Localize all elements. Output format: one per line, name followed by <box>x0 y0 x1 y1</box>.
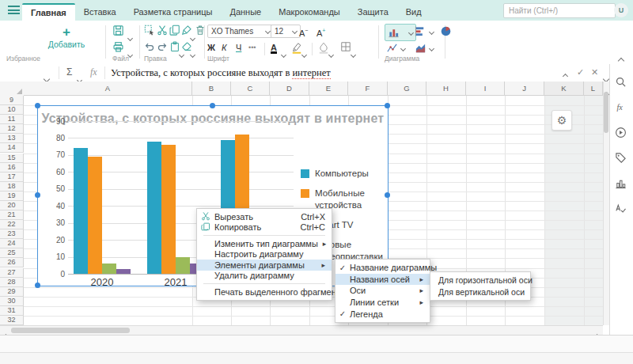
column-header-D[interactable]: D <box>270 82 309 96</box>
font-color-dropdown[interactable] <box>282 46 286 60</box>
ribbon-tab-Макрокоманды[interactable]: Макрокоманды <box>270 3 349 21</box>
row-header-29[interactable]: 29 <box>0 287 24 297</box>
row-header-10[interactable]: 10 <box>0 105 24 115</box>
decrease-font-button[interactable]: A− <box>299 25 308 40</box>
bold-button[interactable]: Ж <box>207 41 215 54</box>
column-header-E[interactable]: E <box>309 82 348 96</box>
ribbon-tab-Главная[interactable]: Главная <box>22 3 75 21</box>
function-icon[interactable]: fx <box>615 101 627 114</box>
hamburger-icon[interactable] <box>8 6 20 15</box>
row-header-9[interactable]: 9 <box>0 96 24 105</box>
chart-resize-handle[interactable] <box>35 282 40 288</box>
search-input[interactable] <box>503 3 616 18</box>
row-header-32[interactable]: 32 <box>0 316 24 325</box>
column-header-I[interactable]: I <box>466 82 505 96</box>
vscroll-thumb[interactable] <box>604 92 608 133</box>
font-name-select[interactable]: XO Thames <box>207 25 274 38</box>
context-menu-item[interactable]: Настроить диаграмму <box>197 249 332 260</box>
row-header-31[interactable]: 31 <box>0 306 24 316</box>
row-header-21[interactable]: 21 <box>0 210 24 220</box>
copy-button[interactable] <box>169 25 182 37</box>
insert-scatter-chart-button[interactable] <box>386 42 405 55</box>
chart-resize-handle[interactable] <box>210 103 215 108</box>
row-header-20[interactable]: 20 <box>0 201 24 210</box>
chart-resize-handle[interactable] <box>35 103 40 108</box>
formula-cancel-button[interactable]: ✕ <box>591 67 598 78</box>
italic-button[interactable]: К <box>222 41 226 54</box>
context-menu-item[interactable]: ВырезатьCtrl+X <box>197 211 332 222</box>
row-header-19[interactable]: 19 <box>0 191 24 201</box>
row-header-22[interactable]: 22 <box>0 220 24 229</box>
column-header-H[interactable]: H <box>426 82 466 96</box>
row-header-17[interactable]: 17 <box>0 173 24 182</box>
ribbon-tab-Данные[interactable]: Данные <box>221 3 270 21</box>
fill-dropdown[interactable] <box>329 46 333 60</box>
tag-icon[interactable] <box>615 152 627 165</box>
row-header-26[interactable]: 26 <box>0 258 24 267</box>
macros-icon[interactable] <box>615 127 627 139</box>
print-dropdown[interactable] <box>128 46 132 60</box>
column-header-C[interactable]: C <box>231 82 270 96</box>
chart-settings-gear-button[interactable]: ⚙ <box>552 110 572 131</box>
row-header-12[interactable]: 12 <box>0 124 24 134</box>
delete-button[interactable] <box>195 25 207 37</box>
context-menu-item[interactable]: Элементы диаграммы▸ <box>197 260 332 271</box>
row-header-11[interactable]: 11 <box>0 115 24 124</box>
row-header-16[interactable]: 16 <box>0 163 24 173</box>
elements-submenu-item[interactable]: Оси▸ <box>335 285 430 297</box>
chart-resize-handle[interactable] <box>385 192 390 198</box>
autosum-button[interactable]: Σ <box>66 66 72 78</box>
redo-button[interactable] <box>157 41 169 54</box>
column-header-J[interactable]: J <box>505 82 544 96</box>
save-dropdown[interactable] <box>128 29 132 44</box>
column-header-F[interactable]: F <box>348 82 388 96</box>
row-header-28[interactable]: 28 <box>0 278 24 287</box>
elements-submenu-item[interactable]: Линии сетки▸ <box>335 297 430 309</box>
highlight-dropdown[interactable] <box>302 46 306 60</box>
chart-bar-Игровые видеоприставки-2020[interactable] <box>116 269 131 274</box>
axis-titles-item[interactable]: Для вертикальной оси <box>430 286 530 298</box>
chart-bar-Smart TV-2020[interactable] <box>102 264 116 274</box>
column-header-L[interactable]: L <box>584 82 603 96</box>
elements-submenu-item[interactable]: ✓Название диаграммы <box>335 262 430 274</box>
chart-settings-icon[interactable] <box>615 177 627 190</box>
hscroll-thumb[interactable] <box>11 328 130 333</box>
chart-resize-handle[interactable] <box>385 103 390 108</box>
ribbon-tab-Вставка[interactable]: Вставка <box>75 3 125 21</box>
context-menu-item[interactable]: Удалить диаграмму <box>197 271 332 282</box>
avatar[interactable]: U <box>614 3 628 17</box>
row-header-13[interactable]: 13 <box>0 134 24 143</box>
context-menu-item[interactable]: КопироватьCtrl+C <box>197 222 332 233</box>
font-color-button[interactable]: A <box>271 41 277 54</box>
eraser-dropdown[interactable] <box>191 46 195 60</box>
insert-bar-chart-button[interactable] <box>415 25 434 38</box>
undo-button[interactable] <box>144 41 157 54</box>
insert-column-chart-button[interactable] <box>385 24 416 41</box>
add-favorite-button[interactable]: + <box>32 25 101 40</box>
chart-bar-Smart TV-2021[interactable] <box>176 257 190 274</box>
increase-font-button[interactable]: A+ <box>316 25 325 40</box>
elements-submenu-item[interactable]: Названия осей▸ <box>335 274 430 286</box>
column-header-K[interactable]: K <box>544 82 584 96</box>
row-header-14[interactable]: 14 <box>0 143 24 153</box>
copy-style-button[interactable] <box>144 25 157 37</box>
row-header-18[interactable]: 18 <box>0 182 24 191</box>
chart-bar-Мобильные устройства-2021[interactable] <box>161 145 176 274</box>
row-header-25[interactable]: 25 <box>0 248 24 258</box>
borders-dropdown[interactable] <box>351 46 355 60</box>
formula-input[interactable]: Устройства, с которых россияне выходят в… <box>111 67 331 79</box>
row-header-27[interactable]: 27 <box>0 268 24 278</box>
font-size-select[interactable]: 12 <box>271 25 301 38</box>
chart-bar-Компьютеры-2021[interactable] <box>147 142 161 274</box>
column-header-G[interactable]: G <box>388 82 426 96</box>
insert-function-button[interactable]: fx <box>90 66 97 78</box>
ribbon-tab-Защита[interactable]: Защита <box>349 3 397 21</box>
chart-bar-Мобильные устройства-2020[interactable] <box>88 157 102 274</box>
axis-titles-item[interactable]: Для горизонтальной оси <box>430 275 530 286</box>
cut-button[interactable] <box>157 25 169 37</box>
row-header-30[interactable]: 30 <box>0 297 24 306</box>
insert-pie-chart-button[interactable] <box>440 25 453 38</box>
ribbon-tab-Вид[interactable]: Вид <box>397 3 430 21</box>
elements-submenu-item[interactable]: ✓Легенда <box>335 308 430 320</box>
save-button[interactable] <box>112 25 125 37</box>
